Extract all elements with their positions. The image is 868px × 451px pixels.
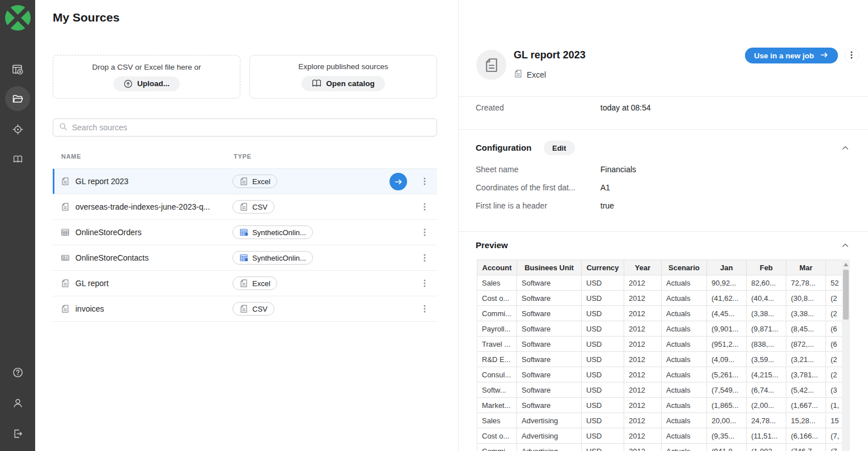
preview-cell: Market... (477, 398, 517, 413)
sidebar-item-catalog[interactable] (0, 147, 35, 172)
edit-configuration-button[interactable]: Edit (544, 141, 575, 155)
preview-row: Commi...SoftwareUSD2012Actuals(4,45...(3… (477, 306, 842, 321)
sidebar (0, 0, 35, 451)
row-menu-button[interactable] (420, 202, 430, 212)
preview-col-header: Jan (707, 260, 747, 275)
row-menu-button[interactable] (420, 176, 430, 186)
upload-dropzone[interactable]: Drop a CSV or Excel file here or Upload.… (53, 55, 240, 99)
preview-cell: (746,7... (786, 444, 826, 451)
preview-cell: 2012 (624, 398, 662, 413)
preview-cell: (40,4... (747, 291, 786, 306)
column-header-name: NAME (61, 153, 81, 160)
preview-cell: 2012 (624, 382, 662, 398)
created-label: Created (476, 103, 504, 112)
preview-cell: Software (517, 306, 582, 321)
detail-menu-button[interactable] (844, 48, 859, 63)
preview-cell: 15,28... (786, 413, 826, 428)
preview-cell: 82,60... (747, 275, 786, 291)
source-type-label: SyntheticOnlin... (252, 254, 306, 262)
preview-cell: USD (582, 398, 624, 413)
preview-cell: Softw... (477, 382, 517, 398)
scroll-up-arrow-icon[interactable] (844, 263, 848, 266)
detail-type: Excel (514, 69, 546, 80)
doc-icon (239, 304, 248, 313)
source-row[interactable]: OnlineStoreOrdersSyntheticOnlin... (53, 220, 437, 245)
preview-cell: (3,59... (747, 352, 786, 367)
source-row[interactable]: overseas-trade-indexes-june-2023-q...CSV (53, 194, 437, 220)
grid-icon (61, 228, 70, 237)
preview-table-scrollbar[interactable] (842, 259, 850, 451)
grid-blue-icon (239, 253, 248, 262)
source-type-badge: CSV (232, 302, 274, 316)
source-type-label: Excel (252, 279, 270, 288)
scrollbar-thumb[interactable] (843, 270, 849, 320)
preview-row: Payroll...SoftwareUSD2012Actuals(9,901..… (477, 321, 842, 337)
catalog-panel: Explore published sources Open catalog (249, 55, 437, 99)
preview-cell: Payroll... (477, 321, 517, 337)
config-value: Financials (600, 165, 636, 174)
open-catalog-button[interactable]: Open catalog (302, 76, 385, 91)
preview-row: Commi...AdvertisingUSD2012Actuals(941,8.… (477, 444, 842, 451)
search-input[interactable] (72, 123, 431, 132)
source-row[interactable]: invoicesCSV (53, 296, 437, 322)
sidebar-item-logout[interactable] (0, 421, 35, 446)
preview-cell: (2 (826, 352, 842, 367)
row-menu-button[interactable] (420, 304, 430, 314)
preview-cell: 2012 (624, 352, 662, 367)
sidebar-item-account[interactable] (0, 390, 35, 415)
config-value: A1 (600, 183, 610, 192)
preview-row: SalesAdvertisingUSD2012Actuals20,00...24… (477, 413, 842, 428)
book-icon (312, 79, 321, 88)
crosshair-icon (12, 124, 23, 135)
source-type-badge: SyntheticOnlin... (232, 251, 313, 265)
preview-cell: (872,... (786, 337, 826, 352)
source-type-label: SyntheticOnlin... (252, 228, 306, 237)
source-name: GL report 2023 (75, 177, 129, 186)
app-logo[interactable] (5, 5, 31, 31)
preview-cell: (3,38... (747, 306, 786, 321)
row-menu-button[interactable] (420, 278, 430, 288)
sidebar-item-help[interactable] (0, 360, 35, 385)
use-in-new-job-label: Use in a new job (754, 52, 814, 60)
sidebar-item-jobs[interactable] (0, 57, 35, 82)
doc-icon (61, 304, 70, 313)
preview-cell: (9,901... (707, 321, 747, 337)
preview-cell: (6 (826, 321, 842, 337)
preview-cell: USD (582, 291, 624, 306)
detail-title: GL report 2023 (514, 49, 586, 61)
sidebar-item-destinations[interactable] (0, 117, 35, 142)
preview-cell: (6,166... (786, 428, 826, 444)
preview-cell: (1,865... (707, 398, 747, 413)
preview-row: Travel ...SoftwareUSD2012Actuals(951,2..… (477, 337, 842, 352)
preview-cell: 90,92... (707, 275, 747, 291)
card-icon (61, 253, 70, 262)
source-name: OnlineStoreOrders (75, 228, 142, 237)
preview-row: SalesSoftwareUSD2012Actuals90,92...82,60… (477, 275, 842, 291)
preview-cell: (8,45... (786, 321, 826, 337)
preview-cell: Actuals (662, 444, 707, 451)
help-icon (12, 367, 23, 378)
open-source-button[interactable] (389, 173, 407, 190)
upload-button[interactable]: Upload... (113, 76, 180, 91)
preview-collapse-button[interactable] (840, 240, 851, 252)
source-row[interactable]: GL report 2023Excel (53, 169, 437, 194)
row-menu-button[interactable] (420, 227, 430, 237)
source-list: GL report 2023Exceloverseas-trade-indexe… (53, 168, 437, 322)
chevron-up-icon (841, 241, 850, 252)
source-row[interactable]: OnlineStoreContactsSyntheticOnlin... (53, 245, 437, 271)
sidebar-item-sources[interactable] (0, 86, 35, 111)
upload-button-label: Upload... (137, 79, 170, 88)
source-type-badge: Excel (232, 175, 277, 188)
row-menu-button[interactable] (420, 253, 430, 263)
configuration-collapse-button[interactable] (840, 143, 851, 154)
config-label: First line is a header (476, 201, 547, 210)
preview-cell: 2012 (624, 428, 662, 444)
preview-cell: (5,42... (786, 382, 826, 398)
source-row[interactable]: GL reportExcel (53, 271, 437, 296)
preview-row: Softw...SoftwareUSD2012Actuals(7,549...(… (477, 382, 842, 398)
preview-cell: (30,8... (786, 291, 826, 306)
use-in-new-job-button[interactable]: Use in a new job (745, 48, 838, 63)
detail-pane: GL report 2023 Excel Use in a new job Cr… (458, 0, 868, 451)
logout-icon (12, 428, 23, 439)
config-label: Sheet name (476, 165, 519, 174)
